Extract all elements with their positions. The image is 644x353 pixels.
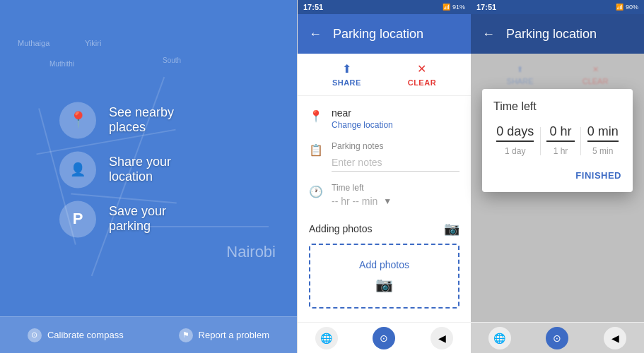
report-problem-item[interactable]: ⚑ Report a problem — [179, 328, 269, 342]
hours-value: 0 hr — [546, 124, 575, 142]
location-pin-icon: 📍 — [69, 111, 88, 129]
notes-field: Parking notes — [332, 141, 459, 172]
map-label-yikiri: Yikiri — [85, 39, 101, 47]
bottom-nav-panel3: 🌐 ⊙ ◀ — [471, 322, 644, 353]
location-icon: 📍 — [309, 109, 323, 123]
status-bar-panel2: 17:51 📶 91% — [298, 0, 471, 14]
bottom-nav-panel2: 🌐 ⊙ ◀ — [298, 322, 471, 353]
minutes-value: 0 min — [587, 124, 619, 142]
status-icons-panel2: 📶 91% — [443, 4, 465, 11]
clear-button[interactable]: ✕ CLEAR — [408, 62, 436, 87]
status-time-panel3: 17:51 — [476, 3, 496, 11]
change-location-link[interactable]: Change location — [332, 120, 459, 130]
days-value: 0 days — [496, 124, 534, 142]
minutes-sub-label: 5 min — [592, 146, 613, 156]
calibrate-compass-item[interactable]: ⊙ Calibrate compass — [28, 328, 124, 342]
map-panel: Muthaiga Yikiri Muthithi South Nairobi 📍… — [0, 0, 297, 353]
time-label: Time left — [332, 183, 459, 193]
time-row: 🕐 Time left -- hr -- min ▼ — [298, 177, 471, 213]
nav-circle-icon-p3[interactable]: ⊙ — [546, 327, 568, 349]
time-left-dialog: Time left 0 days 1 day 0 hr 1 hr 0 min 5… — [482, 89, 633, 192]
nearby-label: See nearby places — [109, 105, 208, 135]
bottom-bar: ⊙ Calibrate compass ⚑ Report a problem — [0, 316, 297, 353]
parking-icon-circle: P — [59, 201, 96, 237]
minutes-column[interactable]: 0 min 5 min — [587, 124, 619, 156]
dialog-footer: FINISHED — [493, 164, 621, 181]
bg-share-icon: ⬆ — [517, 65, 523, 74]
bg-share-btn: ⬆ SHARE — [507, 65, 534, 85]
map-label-muthithi: Muthithi — [49, 60, 74, 68]
back-button[interactable]: ← — [309, 27, 322, 42]
dialog-background: ⬆ SHARE ✕ CLEAR 📍 near Loresho Change lo… — [471, 54, 644, 322]
parking-title: Parking location — [333, 27, 459, 42]
notes-row: 📋 Parking notes — [298, 136, 471, 177]
camera-icon[interactable]: 📷 — [444, 221, 459, 237]
bg-clear-btn: ✕ CLEAR — [582, 65, 609, 85]
days-sub-label: 1 day — [505, 146, 525, 156]
share-button[interactable]: ⬆ SHARE — [332, 62, 361, 87]
photos-upload-area[interactable]: Add photos 📷 — [309, 244, 459, 309]
location-row: 📍 near Change location — [298, 102, 471, 136]
nav-back-icon-p3[interactable]: ◀ — [604, 327, 626, 349]
clear-icon: ✕ — [417, 62, 426, 76]
notes-label: Parking notes — [332, 141, 459, 151]
notes-input[interactable] — [332, 154, 459, 172]
nearby-icon-circle: 📍 — [59, 102, 96, 138]
menu-item-parking[interactable]: P Save your parking — [59, 201, 208, 237]
parking-form-panel: 17:51 📶 91% ← Parking location ⬆ SHARE ✕… — [297, 0, 471, 353]
action-buttons-row: ⬆ SHARE ✕ CLEAR — [298, 54, 471, 96]
parking-p-icon: P — [73, 210, 83, 228]
map-label-muthaiga: Muthaiga — [18, 39, 49, 47]
share-label: Share your location — [109, 155, 208, 184]
nav-back-icon[interactable]: ◀ — [431, 327, 453, 349]
hours-sub-label: 1 hr — [554, 146, 568, 156]
time-field: Time left -- hr -- min ▼ — [332, 183, 459, 207]
status-bar-panel3: 17:51 📶 90% — [471, 0, 644, 14]
finished-button[interactable]: FINISHED — [575, 170, 621, 181]
photos-section: Adding photos 📷 Add photos 📷 — [298, 213, 471, 314]
status-icons-panel3: 📶 90% — [616, 4, 638, 11]
days-column[interactable]: 0 days 1 day — [496, 124, 534, 156]
time-value-row[interactable]: -- hr -- min ▼ — [332, 196, 459, 207]
nav-circle-icon[interactable]: ⊙ — [373, 327, 395, 349]
location-text: near — [332, 107, 459, 119]
photos-header: Adding photos 📷 — [309, 221, 459, 237]
add-photos-label: Add photos — [359, 259, 409, 270]
dialog-panel-title: Parking location — [506, 27, 633, 42]
parking-header: ← Parking location — [298, 14, 471, 54]
menu-item-share[interactable]: 👤 Share your location — [59, 151, 208, 188]
flag-icon: ⚑ — [179, 328, 193, 342]
share-icon-circle: 👤 — [59, 151, 96, 188]
battery-icon: 91% — [452, 4, 465, 11]
time-picker: 0 days 1 day 0 hr 1 hr 0 min 5 min — [493, 124, 621, 156]
map-label-south: South — [163, 56, 181, 64]
person-icon: 👤 — [70, 162, 86, 177]
battery-icon-p3: 90% — [626, 4, 638, 11]
clear-btn-label: CLEAR — [408, 78, 436, 87]
parking-label: Save your parking — [109, 204, 208, 234]
sim-icon: 📶 — [443, 4, 450, 11]
photos-title: Adding photos — [309, 223, 373, 234]
hours-column[interactable]: 0 hr 1 hr — [546, 124, 575, 156]
dialog-back-button[interactable]: ← — [482, 27, 495, 42]
upload-camera-icon: 📷 — [375, 276, 393, 293]
share-icon: ⬆ — [342, 62, 351, 76]
nav-globe-icon-p3[interactable]: 🌐 — [488, 327, 511, 349]
menu-items-container: 📍 See nearby places 👤 Share your locatio… — [59, 102, 208, 237]
nav-globe-icon[interactable]: 🌐 — [315, 327, 338, 349]
dialog-title: Time left — [493, 100, 621, 113]
clock-icon: 🕐 — [309, 184, 323, 198]
time-sep-2 — [580, 127, 581, 155]
menu-item-nearby[interactable]: 📍 See nearby places — [59, 102, 208, 138]
share-btn-label: SHARE — [332, 78, 361, 87]
map-label-nairobi: Nairobi — [226, 243, 276, 261]
notes-icon: 📋 — [309, 143, 323, 157]
bg-clear-icon: ✕ — [592, 65, 599, 74]
time-placeholder: -- hr -- min — [332, 196, 377, 207]
compass-icon: ⊙ — [28, 328, 42, 342]
time-dropdown-icon: ▼ — [383, 196, 392, 206]
form-content: 📍 near Change location 📋 Parking notes 🕐… — [298, 96, 471, 322]
status-time-panel2: 17:51 — [303, 3, 323, 11]
location-field: near Change location — [332, 107, 459, 130]
calibrate-label: Calibrate compass — [47, 330, 124, 340]
